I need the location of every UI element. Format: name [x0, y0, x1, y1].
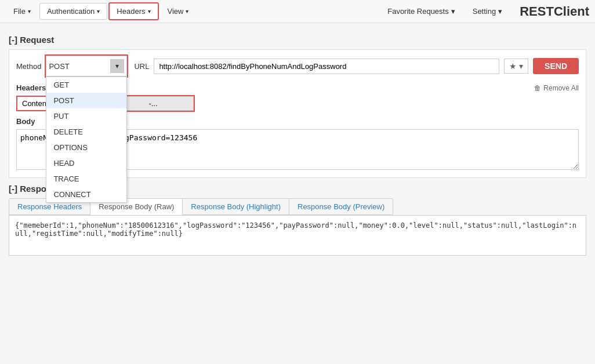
url-label: URL: [134, 62, 149, 71]
request-section: Method POST ▾ GET POST PUT DELETE OPTION…: [9, 49, 586, 178]
method-option-head[interactable]: HEAD: [46, 155, 126, 171]
view-label: View: [168, 7, 184, 16]
url-star-button[interactable]: ★ ▾: [504, 59, 528, 74]
headers-caret: ▾: [148, 8, 151, 14]
send-button[interactable]: SEND: [533, 58, 579, 74]
method-option-options[interactable]: OPTIONS: [46, 140, 126, 155]
view-caret: ▾: [186, 8, 188, 14]
response-content: {"memeberId":1,"phoneNum":"18500612316",…: [9, 215, 586, 256]
method-dropdown-wrapper: POST ▾ GET POST PUT DELETE OPTIONS HEAD …: [46, 56, 127, 77]
navbar-left: File ▾ Authentication ▾ Headers ▾ View ▾: [6, 2, 382, 20]
navbar: File ▾ Authentication ▾ Headers ▾ View ▾…: [0, 0, 595, 23]
method-selected-text: POST: [49, 62, 69, 71]
navbar-right: Favorite Requests ▾ Setting ▾ RESTClient: [382, 3, 589, 19]
headers-nav-label: Headers: [117, 7, 145, 16]
method-option-connect[interactable]: CONNECT: [46, 187, 126, 202]
nav-file[interactable]: File ▾: [6, 3, 38, 20]
setting-label: Setting: [473, 7, 496, 16]
response-section: Response Headers Response Body (Raw) Res…: [9, 198, 586, 256]
nav-headers[interactable]: Headers ▾: [108, 2, 158, 20]
method-dropdown-arrow[interactable]: ▾: [110, 59, 124, 73]
star-icon: ★: [509, 61, 517, 71]
nav-view[interactable]: View ▾: [160, 3, 197, 20]
nav-authentication[interactable]: Authentication ▾: [39, 3, 107, 20]
file-label: File: [13, 7, 26, 16]
tab-response-body-highlight[interactable]: Response Body (Highlight): [182, 198, 289, 215]
method-option-delete[interactable]: DELETE: [46, 124, 126, 140]
trash-icon: 🗑: [534, 84, 541, 92]
method-option-get[interactable]: GET: [46, 77, 126, 93]
authentication-caret: ▾: [97, 8, 100, 14]
main-content: [-] Request Method POST ▾ GET POST PUT D…: [0, 23, 595, 261]
star-dropdown-icon: ▾: [519, 61, 523, 71]
url-input[interactable]: [154, 59, 499, 74]
method-select-button[interactable]: POST ▾: [46, 56, 127, 77]
file-caret: ▾: [28, 8, 31, 14]
nav-favorite-requests[interactable]: Favorite Requests ▾: [382, 3, 461, 19]
favorite-requests-caret: ▾: [451, 7, 455, 16]
headers-subsection-label: Headers: [16, 83, 46, 92]
method-option-put[interactable]: PUT: [46, 108, 126, 124]
tab-response-body-preview[interactable]: Response Body (Preview): [289, 198, 393, 215]
nav-setting[interactable]: Setting ▾: [467, 3, 508, 19]
brand-title: RESTClient: [520, 4, 589, 19]
remove-all-button[interactable]: 🗑 Remove All: [534, 84, 579, 92]
setting-caret: ▾: [498, 7, 502, 16]
favorite-requests-label: Favorite Requests: [387, 7, 449, 16]
method-option-post[interactable]: POST: [46, 93, 126, 108]
method-label: Method: [16, 62, 41, 71]
method-url-row: Method POST ▾ GET POST PUT DELETE OPTION…: [16, 56, 579, 77]
remove-all-label: Remove All: [543, 84, 579, 92]
authentication-label: Authentication: [47, 7, 95, 16]
method-dropdown-menu: GET POST PUT DELETE OPTIONS HEAD TRACE C…: [46, 77, 127, 203]
method-option-trace[interactable]: TRACE: [46, 171, 126, 187]
request-section-header: [-] Request: [9, 35, 586, 45]
